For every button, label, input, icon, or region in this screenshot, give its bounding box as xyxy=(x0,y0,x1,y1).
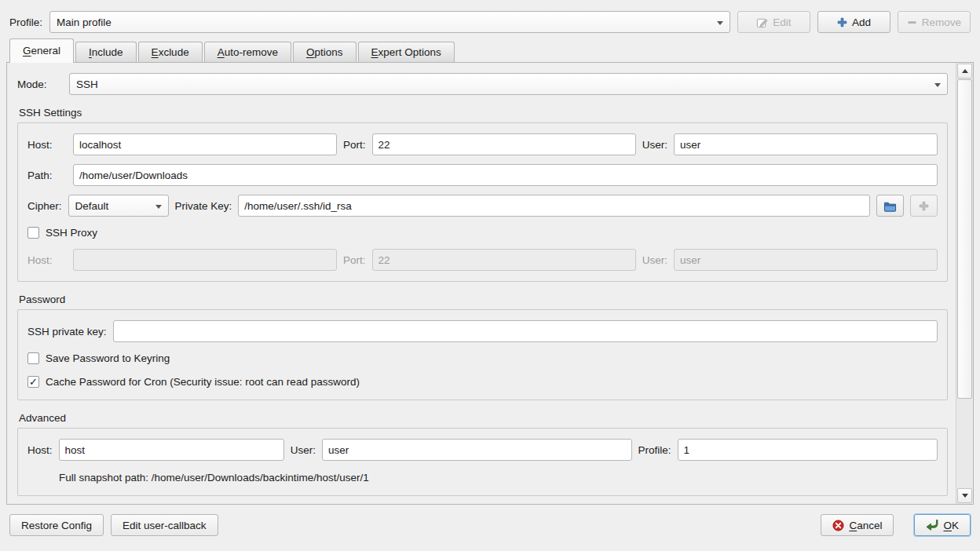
tab-expert-options[interactable]: Expert Options xyxy=(358,42,455,62)
chevron-down-icon xyxy=(717,21,723,25)
cache-password-cron-label: Cache Password for Cron (Security issue:… xyxy=(46,376,360,388)
cipher-combobox-value: Default xyxy=(75,200,109,212)
proxy-user-input[interactable] xyxy=(674,249,938,271)
proxy-port-label: Port: xyxy=(343,254,366,266)
chevron-down-icon xyxy=(155,205,162,209)
mode-label: Mode: xyxy=(17,78,63,90)
scrollbar-track[interactable] xyxy=(957,79,972,487)
ssh-host-label: Host: xyxy=(27,139,67,151)
ssh-port-input[interactable] xyxy=(372,133,636,155)
cipher-label: Cipher: xyxy=(27,200,62,212)
private-key-add-button[interactable] xyxy=(910,195,938,217)
minus-icon xyxy=(907,17,917,27)
proxy-user-label: User: xyxy=(642,254,667,266)
general-tab-panel: Mode: SSH SSH Settings Host: Port: User:… xyxy=(6,62,974,505)
ssh-user-label: User: xyxy=(642,139,667,151)
ssh-private-key-password-input[interactable] xyxy=(113,320,938,342)
private-key-input[interactable] xyxy=(238,195,870,217)
save-password-keyring-label: Save Password to Keyring xyxy=(46,352,170,364)
remove-profile-button[interactable]: Remove xyxy=(898,11,971,33)
mode-combobox-value: SSH xyxy=(76,78,98,90)
ssh-host-input[interactable] xyxy=(73,133,337,155)
restore-config-button[interactable]: Restore Config xyxy=(9,514,104,536)
edit-user-callback-button[interactable]: Edit user-callback xyxy=(111,514,218,536)
ssh-path-input[interactable] xyxy=(73,164,938,186)
tab-options[interactable]: Options xyxy=(293,42,357,62)
password-group: SSH private key: Save Password to Keyrin… xyxy=(17,309,948,400)
tab-bar: General Include Exclude Auto-remove Opti… xyxy=(6,38,974,62)
ssh-proxy-checkbox-label: SSH Proxy xyxy=(46,227,97,239)
ssh-private-key-password-label: SSH private key: xyxy=(27,326,107,338)
advanced-user-label: User: xyxy=(291,444,316,456)
save-password-keyring-checkbox[interactable] xyxy=(27,352,39,364)
add-profile-label: Add xyxy=(852,16,871,28)
proxy-host-input[interactable] xyxy=(73,249,337,271)
profile-label: Profile: xyxy=(9,16,42,28)
proxy-port-input[interactable] xyxy=(372,249,636,271)
advanced-user-input[interactable] xyxy=(322,439,632,461)
cancel-icon xyxy=(832,520,844,531)
general-tab-content: Mode: SSH SSH Settings Host: Port: User:… xyxy=(7,63,956,504)
chevron-down-icon xyxy=(934,83,941,87)
ssh-settings-group: Host: Port: User: Path: Cipher: Default … xyxy=(17,122,948,282)
plus-icon xyxy=(919,201,929,211)
ssh-user-input[interactable] xyxy=(674,133,938,155)
advanced-title: Advanced xyxy=(19,412,948,424)
proxy-host-label: Host: xyxy=(27,254,67,266)
ssh-port-label: Port: xyxy=(343,139,366,151)
scrollbar-thumb[interactable] xyxy=(957,79,972,399)
chevron-down-icon xyxy=(962,494,968,498)
restore-config-label: Restore Config xyxy=(21,520,92,531)
chevron-up-icon xyxy=(962,69,968,73)
advanced-group: Host: User: Profile: Full snapshot path:… xyxy=(17,428,948,496)
ssh-path-label: Path: xyxy=(27,170,67,181)
password-title: Password xyxy=(19,294,948,305)
profile-combobox[interactable]: Main profile xyxy=(49,11,730,33)
profile-bar: Profile: Main profile Edit Add Remove xyxy=(0,0,980,38)
cancel-button[interactable]: Cancel xyxy=(821,514,894,536)
advanced-profile-input[interactable] xyxy=(678,439,938,461)
mode-combobox[interactable]: SSH xyxy=(69,73,948,95)
ssh-settings-title: SSH Settings xyxy=(19,107,948,119)
ok-icon xyxy=(926,520,938,531)
advanced-host-input[interactable] xyxy=(59,439,284,461)
ok-button[interactable]: OK xyxy=(914,514,971,536)
add-profile-button[interactable]: Add xyxy=(817,11,890,33)
cipher-combobox[interactable]: Default xyxy=(68,195,169,217)
tab-include[interactable]: Include xyxy=(75,42,137,62)
edit-profile-label: Edit xyxy=(773,16,791,28)
ssh-proxy-checkbox[interactable] xyxy=(27,227,39,239)
advanced-profile-label: Profile: xyxy=(638,444,671,456)
private-key-browse-button[interactable] xyxy=(876,195,904,217)
profile-combobox-value: Main profile xyxy=(57,16,112,28)
folder-icon xyxy=(883,200,897,212)
advanced-host-label: Host: xyxy=(27,444,53,456)
edit-icon xyxy=(756,16,768,28)
vertical-scrollbar xyxy=(956,63,973,504)
cache-password-cron-checkbox[interactable]: ✓ xyxy=(27,376,39,388)
tab-auto-remove[interactable]: Auto-remove xyxy=(204,42,291,62)
tab-general[interactable]: General xyxy=(9,38,74,62)
remove-profile-label: Remove xyxy=(922,16,961,28)
edit-profile-button[interactable]: Edit xyxy=(737,11,810,33)
scrollbar-up-button[interactable] xyxy=(957,64,972,78)
edit-user-callback-label: Edit user-callback xyxy=(122,520,207,531)
scrollbar-down-button[interactable] xyxy=(957,488,972,503)
private-key-label: Private Key: xyxy=(175,200,232,212)
tab-exclude[interactable]: Exclude xyxy=(138,42,203,62)
footer-bar: Restore Config Edit user-callback Cancel… xyxy=(0,505,980,536)
plus-icon xyxy=(837,17,847,27)
full-snapshot-path: Full snapshot path: /home/user/Downloads… xyxy=(59,472,938,483)
